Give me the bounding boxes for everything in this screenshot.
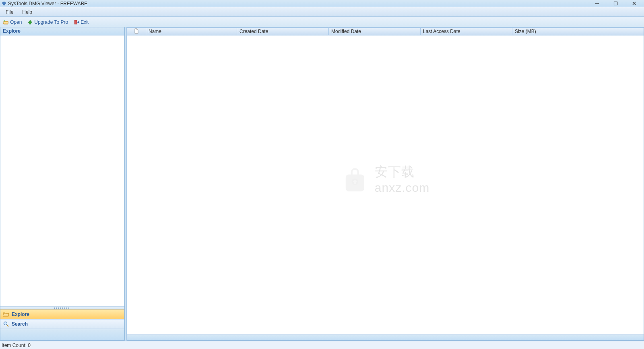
column-created[interactable]: Created Date — [237, 28, 329, 35]
nav-explore-label: Explore — [12, 312, 29, 317]
column-icon[interactable] — [127, 28, 146, 35]
watermark-domain: anxz.com — [375, 181, 429, 194]
svg-line-2 — [633, 2, 636, 5]
column-access[interactable]: Last Access Date — [421, 28, 512, 35]
watermark: 安下载 anxz.com — [341, 163, 429, 195]
open-button[interactable]: Open — [2, 19, 23, 26]
watermark-chinese: 安下载 — [375, 164, 415, 179]
folder-open-icon — [3, 19, 9, 25]
window-controls — [592, 0, 644, 7]
close-button[interactable] — [629, 0, 639, 7]
content-panel: Name Created Date Modified Date Last Acc… — [127, 27, 644, 341]
svg-line-7 — [7, 325, 9, 327]
bag-icon — [341, 165, 369, 193]
column-size[interactable]: Size (MB) — [512, 28, 644, 35]
main-area: Explore Explore Search Name Creat — [0, 27, 644, 341]
upgrade-label: Upgrade To Pro — [34, 19, 68, 25]
explorer-tree[interactable] — [0, 35, 124, 306]
upgrade-arrow-icon — [27, 19, 33, 25]
nav-search-button[interactable]: Search — [0, 319, 124, 329]
menu-file[interactable]: File — [2, 8, 17, 16]
exit-label: Exit — [80, 19, 89, 25]
upgrade-button[interactable]: Upgrade To Pro — [26, 19, 70, 26]
search-icon — [3, 321, 9, 327]
svg-point-6 — [4, 322, 7, 325]
sidebar-footer — [0, 329, 124, 340]
sidebar-header: Explore — [0, 27, 124, 35]
toolbar: Open Upgrade To Pro Exit — [0, 17, 644, 27]
column-headers: Name Created Date Modified Date Last Acc… — [127, 27, 644, 35]
menu-help[interactable]: Help — [19, 8, 35, 16]
svg-point-9 — [352, 179, 358, 185]
minimize-button[interactable] — [592, 0, 602, 7]
file-icon — [134, 28, 139, 35]
maximize-button[interactable] — [610, 0, 621, 7]
title-bar: SysTools DMG Viewer - FREEWARE — [0, 0, 644, 7]
nav-explore-button[interactable]: Explore — [0, 310, 124, 319]
svg-rect-5 — [74, 20, 77, 24]
column-modified[interactable]: Modified Date — [329, 28, 421, 35]
open-label: Open — [10, 19, 22, 25]
folder-icon — [3, 311, 9, 318]
column-name[interactable]: Name — [146, 28, 237, 35]
svg-point-4 — [4, 20, 5, 21]
exit-icon — [74, 19, 79, 25]
grid-body[interactable]: 安下载 anxz.com — [127, 35, 644, 334]
svg-rect-1 — [614, 2, 617, 5]
window-title: SysTools DMG Viewer - FREEWARE — [8, 1, 87, 6]
item-count: Item Count: 0 — [2, 343, 31, 348]
sidebar: Explore Explore Search — [0, 27, 125, 341]
menu-bar: File Help — [0, 7, 644, 17]
exit-button[interactable]: Exit — [72, 19, 90, 26]
svg-line-3 — [633, 2, 636, 5]
sidebar-splitter[interactable] — [0, 306, 124, 310]
app-icon — [2, 1, 6, 6]
nav-search-label: Search — [12, 321, 28, 327]
svg-rect-8 — [346, 174, 364, 191]
status-bar: Item Count: 0 — [0, 341, 644, 349]
grid-footer — [127, 334, 644, 340]
